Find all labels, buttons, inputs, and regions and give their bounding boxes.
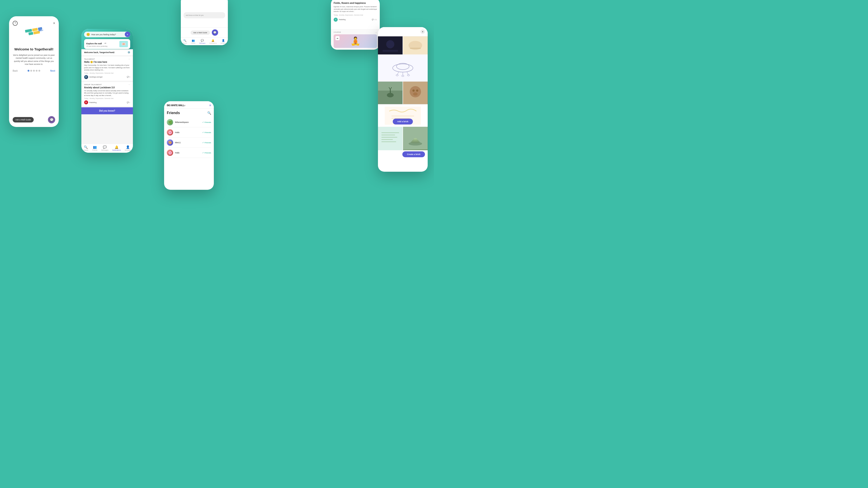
- post-author-row: R Rabbitfog 💬 211: [334, 18, 377, 22]
- course-dots[interactable]: ...: [375, 31, 377, 33]
- close-gallery-button[interactable]: ×: [421, 29, 425, 34]
- svg-rect-37: [381, 141, 396, 142]
- next-button[interactable]: Next: [50, 70, 55, 72]
- friend-name-3: Mre11: [175, 141, 202, 144]
- chat-send-icon: 💬: [213, 31, 217, 34]
- progress-dots: [28, 70, 40, 72]
- post-meta: Today · Anxiety, Depression, General cha…: [334, 14, 377, 16]
- nav-messages[interactable]: 💬 Messages: [101, 145, 108, 151]
- pagination: Back Next: [13, 70, 55, 72]
- gallery-item-warm[interactable]: [403, 36, 428, 55]
- nav-friends-chat-label: Friends: [191, 42, 195, 44]
- gallery-item-animal[interactable]: [403, 82, 428, 105]
- author-avatar-2: R: [84, 100, 88, 104]
- post-options-1[interactable]: ···: [129, 58, 130, 60]
- post-item-1[interactable]: TALKABOUT ··· Hello 🙂 I'm new here Hey C…: [81, 57, 133, 81]
- chat-icon: 💬: [50, 118, 54, 122]
- gallery-item-stones[interactable]: [403, 127, 428, 150]
- phone-blog: Fields, flowers and happiness Egestas mi…: [331, 0, 380, 50]
- svg-rect-8: [410, 48, 421, 49]
- feed-body: Welcome back, TangerineTea42 ⚙️ TALKABOU…: [81, 49, 133, 144]
- nav-profile-chat[interactable]: 👤 ducklegs: [221, 39, 226, 44]
- gallery-footer: Create a brick: [378, 149, 428, 159]
- friend-item-3[interactable]: 🎨 Mre11 ✓ Friends: [167, 138, 211, 148]
- nav-messages-label: Messages: [101, 149, 108, 151]
- bww-logo: BIG WHITE WALL®: [167, 104, 185, 107]
- gallery-item-text[interactable]: [378, 127, 403, 150]
- nav-notifications-chat[interactable]: 🔔 Notifications: [209, 39, 217, 44]
- dot-2: [30, 70, 32, 72]
- post-tag-2: GROUP TALKABOUT ···: [84, 84, 130, 86]
- help-icon[interactable]: ?: [13, 21, 18, 26]
- post-item-2[interactable]: GROUP TALKABOUT ··· Anxiety about Lockdo…: [81, 82, 133, 107]
- nav-friends-chat[interactable]: 👥 Friends: [191, 39, 195, 44]
- chat-action-button[interactable]: 💬: [212, 29, 218, 36]
- blog-content: Fields, flowers and happiness Egestas mi…: [331, 0, 380, 29]
- svg-rect-32: [378, 127, 403, 149]
- friends-icon: 👥: [93, 145, 97, 149]
- friend-status-3: ✓ Friends: [202, 142, 211, 144]
- post-author-row-2: R Rabbitfog 💬 1: [84, 100, 130, 104]
- post-tag-1: TALKABOUT ···: [84, 58, 130, 60]
- friend-item-2[interactable]: 🌸 mala ✓ Friends: [167, 127, 211, 138]
- friend-name-2: mala: [175, 131, 202, 133]
- nav-notifications-label: Notifications: [112, 149, 121, 151]
- comment-count-2: 💬 1: [127, 101, 130, 103]
- gallery-item-dark[interactable]: [378, 36, 403, 55]
- add-brick-button[interactable]: Add a brick: [393, 119, 413, 125]
- emoji-icon: 🙂: [86, 33, 90, 36]
- close-icon[interactable]: ×: [53, 21, 55, 25]
- brick-teal2: [29, 32, 33, 35]
- gallery-section-ufo[interactable]: [378, 55, 428, 82]
- ask-wall-guide-button[interactable]: Ask a Wall Guide: [13, 117, 34, 123]
- friend-avatar-4: 🌸: [167, 150, 173, 156]
- create-brick-button[interactable]: Create a brick: [402, 151, 425, 157]
- post-title: Fields, flowers and happiness: [334, 2, 377, 4]
- chat-bubble-left: and focus on time for you: [184, 12, 225, 18]
- search-icon-friends[interactable]: 🔍: [207, 111, 211, 115]
- friend-status-2: ✓ Friends: [202, 131, 211, 133]
- author-name-1: ducklegs-avenger: [89, 76, 103, 78]
- check-icon-3: ✓: [202, 142, 204, 144]
- nav-search-label: Search: [83, 149, 88, 151]
- menu-button-friends[interactable]: ≡: [209, 103, 211, 107]
- settings-icon[interactable]: ⚙️: [127, 51, 130, 54]
- author-name-2: Rabbitfog: [89, 101, 96, 103]
- nav-notifications[interactable]: 🔔 Notifications: [112, 145, 121, 151]
- profile-icon: 👤: [126, 145, 130, 149]
- nav-search-chat[interactable]: 🔍 Search: [183, 39, 187, 44]
- dot-1: [28, 70, 29, 72]
- nav-search[interactable]: 🔍 Search: [83, 145, 88, 151]
- gallery-section-bottom: [378, 127, 428, 149]
- nav-messages-chat[interactable]: 💬 Messages: [199, 39, 206, 44]
- nav-profile[interactable]: 👤 ducklegs: [125, 145, 131, 151]
- phone1-header: ? ×: [13, 21, 55, 26]
- explore-thumbnail: [119, 41, 128, 47]
- did-you-know-bar: Did you know?: [81, 107, 133, 114]
- phone4-header: BIG WHITE WALL® ≡: [164, 101, 214, 109]
- dot-3: [33, 70, 35, 72]
- post-options-2[interactable]: ···: [129, 84, 130, 86]
- friends-title-row: Friends 🔍: [167, 111, 211, 115]
- gallery-item-forest[interactable]: [378, 82, 403, 105]
- svg-rect-36: [381, 139, 393, 140]
- phone-friends: BIG WHITE WALL® ≡ Friends 🔍 🌿 fellaneeds…: [164, 101, 214, 190]
- post-body-2: I'm actually really concerned about actu…: [84, 90, 130, 97]
- ask-wall-guide-button-chat[interactable]: Ask a Wall Guide: [191, 31, 210, 35]
- chat-fab-button[interactable]: 💬: [48, 116, 55, 123]
- chat-content: and focus on time for you: [181, 0, 228, 27]
- svg-rect-5: [383, 50, 398, 52]
- back-button[interactable]: Back: [13, 70, 18, 72]
- explore-card[interactable]: Explore the wall → 15 new bricks since y…: [84, 39, 130, 49]
- friend-avatar-2: 🌸: [167, 129, 173, 135]
- friend-item-1[interactable]: 🌿 fellaneedspace ✓ Friends: [167, 117, 211, 127]
- nav-friends[interactable]: 👥 Friends: [92, 145, 97, 151]
- course-thumbnail[interactable]: ∞ 🧘: [334, 34, 377, 48]
- feeling-bar[interactable]: 🙂 How are you feeling today?: [84, 32, 130, 37]
- friend-item-4[interactable]: 🌸 mala ✓ Friends: [167, 148, 211, 158]
- gallery-section-nature: [378, 82, 428, 104]
- menu-button[interactable]: ≡: [125, 32, 130, 37]
- welcome-title: Welcome to Togetherall!: [14, 47, 54, 52]
- messages-icon-chat: 💬: [201, 39, 204, 42]
- comment-icon-post: 💬: [372, 19, 374, 21]
